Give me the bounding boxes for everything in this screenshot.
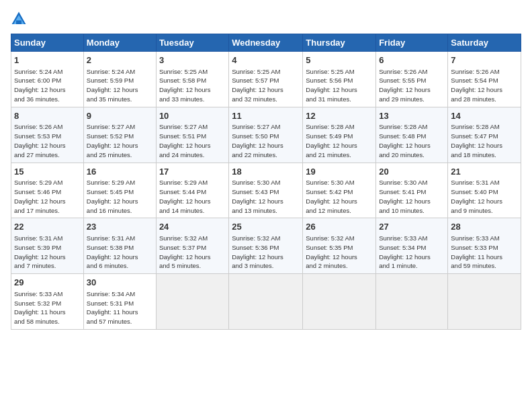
day-info: Sunrise: 5:27 AM Sunset: 5:51 PM Dayligh… bbox=[159, 123, 211, 158]
day-info: Sunrise: 5:28 AM Sunset: 5:48 PM Dayligh… bbox=[379, 123, 431, 158]
column-header-saturday: Saturday bbox=[448, 34, 521, 52]
day-number: 15 bbox=[14, 166, 81, 178]
day-number: 21 bbox=[451, 166, 518, 178]
calendar-cell: 19Sunrise: 5:30 AM Sunset: 5:42 PM Dayli… bbox=[303, 163, 376, 218]
day-number: 2 bbox=[87, 54, 153, 66]
day-number: 25 bbox=[232, 221, 300, 233]
day-number: 20 bbox=[379, 166, 445, 178]
column-header-friday: Friday bbox=[376, 34, 448, 52]
day-info: Sunrise: 5:26 AM Sunset: 5:53 PM Dayligh… bbox=[14, 123, 66, 158]
calendar-cell bbox=[156, 274, 228, 330]
day-info: Sunrise: 5:29 AM Sunset: 5:46 PM Dayligh… bbox=[14, 179, 66, 214]
calendar-cell: 14Sunrise: 5:28 AM Sunset: 5:47 PM Dayli… bbox=[448, 107, 521, 163]
day-info: Sunrise: 5:24 AM Sunset: 6:00 PM Dayligh… bbox=[14, 68, 66, 103]
day-number: 11 bbox=[232, 110, 300, 122]
calendar-cell: 17Sunrise: 5:29 AM Sunset: 5:44 PM Dayli… bbox=[156, 163, 228, 218]
calendar-cell: 22Sunrise: 5:31 AM Sunset: 5:39 PM Dayli… bbox=[11, 218, 84, 274]
calendar-cell: 15Sunrise: 5:29 AM Sunset: 5:46 PM Dayli… bbox=[11, 163, 84, 218]
column-header-sunday: Sunday bbox=[11, 34, 84, 52]
day-info: Sunrise: 5:30 AM Sunset: 5:43 PM Dayligh… bbox=[232, 179, 283, 214]
day-number: 6 bbox=[379, 54, 445, 66]
day-info: Sunrise: 5:27 AM Sunset: 5:52 PM Dayligh… bbox=[87, 123, 138, 158]
day-info: Sunrise: 5:30 AM Sunset: 5:41 PM Dayligh… bbox=[379, 179, 431, 214]
day-number: 7 bbox=[451, 54, 518, 66]
day-number: 4 bbox=[232, 54, 300, 66]
calendar-week-row: 22Sunrise: 5:31 AM Sunset: 5:39 PM Dayli… bbox=[11, 218, 521, 274]
calendar-cell: 4Sunrise: 5:25 AM Sunset: 5:57 PM Daylig… bbox=[229, 52, 303, 107]
calendar-cell: 6Sunrise: 5:26 AM Sunset: 5:55 PM Daylig… bbox=[376, 52, 448, 107]
column-header-thursday: Thursday bbox=[303, 34, 376, 52]
calendar-body: 1Sunrise: 5:24 AM Sunset: 6:00 PM Daylig… bbox=[11, 52, 521, 330]
calendar-week-row: 29Sunrise: 5:33 AM Sunset: 5:32 PM Dayli… bbox=[11, 274, 521, 330]
calendar-cell: 29Sunrise: 5:33 AM Sunset: 5:32 PM Dayli… bbox=[11, 274, 84, 330]
calendar-cell: 9Sunrise: 5:27 AM Sunset: 5:52 PM Daylig… bbox=[83, 107, 156, 163]
calendar-cell bbox=[229, 274, 303, 330]
day-number: 26 bbox=[306, 221, 373, 233]
calendar-cell: 1Sunrise: 5:24 AM Sunset: 6:00 PM Daylig… bbox=[11, 52, 84, 107]
day-number: 28 bbox=[451, 221, 518, 233]
calendar-cell: 16Sunrise: 5:29 AM Sunset: 5:45 PM Dayli… bbox=[83, 163, 156, 218]
day-info: Sunrise: 5:34 AM Sunset: 5:31 PM Dayligh… bbox=[87, 290, 138, 325]
day-number: 16 bbox=[87, 166, 153, 178]
day-info: Sunrise: 5:25 AM Sunset: 5:58 PM Dayligh… bbox=[159, 68, 211, 103]
calendar-cell: 28Sunrise: 5:33 AM Sunset: 5:33 PM Dayli… bbox=[448, 218, 521, 274]
day-number: 13 bbox=[379, 110, 445, 122]
day-info: Sunrise: 5:29 AM Sunset: 5:45 PM Dayligh… bbox=[87, 179, 138, 214]
calendar-cell: 2Sunrise: 5:24 AM Sunset: 5:59 PM Daylig… bbox=[83, 52, 156, 107]
calendar-week-row: 1Sunrise: 5:24 AM Sunset: 6:00 PM Daylig… bbox=[11, 52, 521, 107]
day-number: 9 bbox=[87, 110, 153, 122]
day-info: Sunrise: 5:33 AM Sunset: 5:33 PM Dayligh… bbox=[451, 234, 502, 269]
day-number: 3 bbox=[159, 54, 226, 66]
calendar-cell bbox=[376, 274, 448, 330]
column-header-wednesday: Wednesday bbox=[229, 34, 303, 52]
day-info: Sunrise: 5:26 AM Sunset: 5:55 PM Dayligh… bbox=[379, 68, 431, 103]
day-number: 8 bbox=[14, 110, 81, 122]
day-number: 30 bbox=[87, 277, 153, 289]
calendar-week-row: 8Sunrise: 5:26 AM Sunset: 5:53 PM Daylig… bbox=[11, 107, 521, 163]
calendar-cell: 25Sunrise: 5:32 AM Sunset: 5:36 PM Dayli… bbox=[229, 218, 303, 274]
page-header bbox=[11, 11, 521, 27]
logo bbox=[11, 11, 30, 27]
day-info: Sunrise: 5:33 AM Sunset: 5:34 PM Dayligh… bbox=[379, 234, 431, 269]
day-number: 22 bbox=[14, 221, 81, 233]
day-info: Sunrise: 5:30 AM Sunset: 5:42 PM Dayligh… bbox=[306, 179, 357, 214]
calendar-cell: 24Sunrise: 5:32 AM Sunset: 5:37 PM Dayli… bbox=[156, 218, 228, 274]
day-info: Sunrise: 5:31 AM Sunset: 5:39 PM Dayligh… bbox=[14, 234, 66, 269]
calendar-cell: 7Sunrise: 5:26 AM Sunset: 5:54 PM Daylig… bbox=[448, 52, 521, 107]
calendar-cell: 20Sunrise: 5:30 AM Sunset: 5:41 PM Dayli… bbox=[376, 163, 448, 218]
day-info: Sunrise: 5:25 AM Sunset: 5:56 PM Dayligh… bbox=[306, 68, 357, 103]
day-info: Sunrise: 5:29 AM Sunset: 5:44 PM Dayligh… bbox=[159, 179, 211, 214]
page-container: SundayMondayTuesdayWednesdayThursdayFrid… bbox=[0, 0, 532, 336]
day-info: Sunrise: 5:28 AM Sunset: 5:49 PM Dayligh… bbox=[306, 123, 357, 158]
calendar-cell: 10Sunrise: 5:27 AM Sunset: 5:51 PM Dayli… bbox=[156, 107, 228, 163]
calendar-cell: 11Sunrise: 5:27 AM Sunset: 5:50 PM Dayli… bbox=[229, 107, 303, 163]
calendar-table: SundayMondayTuesdayWednesdayThursdayFrid… bbox=[11, 34, 521, 330]
day-info: Sunrise: 5:31 AM Sunset: 5:40 PM Dayligh… bbox=[451, 179, 502, 214]
day-info: Sunrise: 5:32 AM Sunset: 5:35 PM Dayligh… bbox=[306, 234, 357, 269]
day-info: Sunrise: 5:32 AM Sunset: 5:36 PM Dayligh… bbox=[232, 234, 283, 269]
day-info: Sunrise: 5:31 AM Sunset: 5:38 PM Dayligh… bbox=[87, 234, 138, 269]
day-number: 5 bbox=[306, 54, 373, 66]
day-info: Sunrise: 5:27 AM Sunset: 5:50 PM Dayligh… bbox=[232, 123, 283, 158]
day-number: 12 bbox=[306, 110, 373, 122]
day-info: Sunrise: 5:33 AM Sunset: 5:32 PM Dayligh… bbox=[14, 290, 66, 325]
day-number: 23 bbox=[87, 221, 153, 233]
svg-rect-2 bbox=[16, 20, 21, 24]
day-info: Sunrise: 5:26 AM Sunset: 5:54 PM Dayligh… bbox=[451, 68, 502, 103]
day-number: 19 bbox=[306, 166, 373, 178]
calendar-cell: 27Sunrise: 5:33 AM Sunset: 5:34 PM Dayli… bbox=[376, 218, 448, 274]
day-info: Sunrise: 5:25 AM Sunset: 5:57 PM Dayligh… bbox=[232, 68, 283, 103]
calendar-cell: 5Sunrise: 5:25 AM Sunset: 5:56 PM Daylig… bbox=[303, 52, 376, 107]
calendar-cell: 18Sunrise: 5:30 AM Sunset: 5:43 PM Dayli… bbox=[229, 163, 303, 218]
day-number: 14 bbox=[451, 110, 518, 122]
day-number: 17 bbox=[159, 166, 226, 178]
day-number: 27 bbox=[379, 221, 445, 233]
logo-icon bbox=[11, 11, 27, 27]
calendar-header-row: SundayMondayTuesdayWednesdayThursdayFrid… bbox=[11, 34, 521, 52]
calendar-cell bbox=[303, 274, 376, 330]
calendar-cell: 30Sunrise: 5:34 AM Sunset: 5:31 PM Dayli… bbox=[83, 274, 156, 330]
day-number: 18 bbox=[232, 166, 300, 178]
column-header-tuesday: Tuesday bbox=[156, 34, 228, 52]
calendar-cell: 13Sunrise: 5:28 AM Sunset: 5:48 PM Dayli… bbox=[376, 107, 448, 163]
day-number: 10 bbox=[159, 110, 226, 122]
